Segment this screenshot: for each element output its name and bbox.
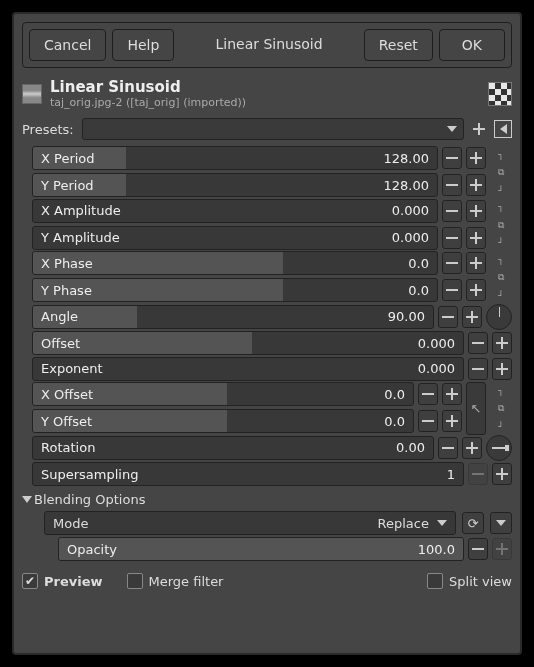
dialog-header: Linear Sinusoid taj_orig.jpg-2 ([taj_ori… bbox=[22, 78, 512, 110]
preset-add-button[interactable] bbox=[470, 120, 488, 138]
y-amplitude-increment[interactable] bbox=[466, 227, 486, 249]
y-offset-decrement[interactable] bbox=[418, 410, 438, 432]
x-phase-increment[interactable] bbox=[466, 252, 486, 274]
x-period-slider[interactable]: X Period128.00 bbox=[32, 146, 438, 170]
offset-link-column: ┐ ⧉ ┘ bbox=[490, 382, 512, 435]
presets-combo[interactable] bbox=[82, 118, 464, 140]
y-phase-slider[interactable]: Y Phase0.0 bbox=[32, 278, 438, 302]
x-phase-slider[interactable]: X Phase0.0 bbox=[32, 251, 438, 275]
link-icon[interactable]: ⧉ bbox=[498, 272, 504, 283]
dropdown-icon bbox=[496, 520, 506, 526]
phase-link-column: ┐ ⧉ ┘ bbox=[490, 251, 512, 304]
rotation-slider[interactable]: Rotation0.00 bbox=[32, 436, 434, 460]
merge-filter-checkbox[interactable] bbox=[127, 573, 143, 589]
link-icon[interactable]: ⧉ bbox=[498, 220, 504, 231]
period-group: X Period128.00 Y Period128.00 ┐ ⧉ ┘ bbox=[32, 146, 512, 199]
x-amplitude-increment[interactable] bbox=[466, 200, 486, 222]
exponent-increment[interactable] bbox=[492, 358, 512, 380]
blending-options-header[interactable]: Blending Options bbox=[22, 492, 512, 507]
y-offset-slider[interactable]: Y Offset0.0 bbox=[32, 409, 414, 433]
y-offset-increment[interactable] bbox=[442, 410, 462, 432]
mode-combo[interactable]: Mode Replace bbox=[44, 511, 456, 535]
x-offset-increment[interactable] bbox=[442, 383, 462, 405]
amplitude-group: X Amplitude0.000 Y Amplitude0.000 ┐ ⧉ ┘ bbox=[32, 199, 512, 252]
dialog-title: Linear Sinusoid bbox=[180, 29, 357, 61]
preview-checkbox[interactable] bbox=[22, 573, 38, 589]
x-amplitude-decrement[interactable] bbox=[442, 200, 462, 222]
corner-icon: ┐ bbox=[498, 255, 503, 265]
dialog-button-bar: Cancel Help Linear Sinusoid Reset OK bbox=[22, 22, 512, 68]
filter-thumbnail-icon bbox=[22, 84, 42, 104]
corner-icon: ┐ bbox=[498, 202, 503, 212]
mode-label: Mode bbox=[53, 516, 88, 531]
split-view-label: Split view bbox=[449, 574, 512, 589]
rotation-increment[interactable] bbox=[462, 437, 482, 459]
x-offset-slider[interactable]: X Offset0.0 bbox=[32, 382, 414, 406]
angle-dial[interactable] bbox=[486, 304, 512, 330]
y-phase-increment[interactable] bbox=[466, 279, 486, 301]
angle-increment[interactable] bbox=[462, 306, 482, 328]
y-period-increment[interactable] bbox=[466, 174, 486, 196]
offset-decrement[interactable] bbox=[468, 332, 488, 354]
offset-pick-button[interactable]: ↖ bbox=[466, 382, 486, 435]
angle-row: Angle90.00 bbox=[32, 304, 512, 330]
xy-offset-group: X Offset0.0 Y Offset0.0 ↖ ┐ ⧉ ┘ bbox=[32, 382, 512, 435]
picker-icon: ↖ bbox=[471, 401, 482, 416]
period-link-column: ┐ ⧉ ┘ bbox=[490, 146, 512, 199]
supersampling-increment[interactable] bbox=[492, 463, 512, 485]
switch-icon: ⟳ bbox=[468, 516, 479, 531]
x-amplitude-slider[interactable]: X Amplitude0.000 bbox=[32, 199, 438, 223]
link-icon[interactable]: ⧉ bbox=[498, 167, 504, 178]
header-text: Linear Sinusoid taj_orig.jpg-2 ([taj_ori… bbox=[50, 78, 480, 110]
link-icon[interactable]: ⧉ bbox=[498, 403, 504, 414]
y-amplitude-slider[interactable]: Y Amplitude0.000 bbox=[32, 226, 438, 250]
corner-icon: ┘ bbox=[498, 422, 503, 432]
exponent-slider[interactable]: Exponent0.000 bbox=[32, 357, 464, 381]
y-phase-decrement[interactable] bbox=[442, 279, 462, 301]
rotation-decrement[interactable] bbox=[438, 437, 458, 459]
y-amplitude-decrement[interactable] bbox=[442, 227, 462, 249]
mode-switch-button[interactable]: ⟳ bbox=[462, 512, 484, 534]
preview-label: Preview bbox=[44, 574, 103, 589]
presets-row: Presets: bbox=[22, 118, 512, 140]
blending-options-label: Blending Options bbox=[34, 492, 145, 507]
cancel-button[interactable]: Cancel bbox=[29, 29, 106, 61]
help-button[interactable]: Help bbox=[112, 29, 174, 61]
supersampling-slider[interactable]: Supersampling1 bbox=[32, 462, 464, 486]
opacity-row: Opacity100.0 bbox=[58, 537, 512, 561]
x-offset-decrement[interactable] bbox=[418, 383, 438, 405]
dial-pointer-icon bbox=[492, 447, 506, 449]
angle-slider[interactable]: Angle90.00 bbox=[32, 305, 434, 329]
exponent-decrement[interactable] bbox=[468, 358, 488, 380]
preset-manage-button[interactable] bbox=[494, 120, 512, 138]
opacity-increment bbox=[492, 538, 512, 560]
angle-decrement[interactable] bbox=[438, 306, 458, 328]
corner-icon: ┘ bbox=[498, 291, 503, 301]
preview-swatch-icon[interactable] bbox=[488, 82, 512, 106]
y-period-slider[interactable]: Y Period128.00 bbox=[32, 173, 438, 197]
x-phase-decrement[interactable] bbox=[442, 252, 462, 274]
reset-button[interactable]: Reset bbox=[364, 29, 433, 61]
corner-icon: ┐ bbox=[498, 150, 503, 160]
opacity-decrement[interactable] bbox=[468, 538, 488, 560]
rotation-dial[interactable] bbox=[486, 435, 512, 461]
rotation-row: Rotation0.00 bbox=[32, 435, 512, 461]
mode-menu-button[interactable] bbox=[490, 512, 512, 534]
mode-row: Mode Replace ⟳ bbox=[44, 511, 512, 535]
offset-increment[interactable] bbox=[492, 332, 512, 354]
header-title: Linear Sinusoid bbox=[50, 78, 480, 96]
split-view-checkbox[interactable] bbox=[427, 573, 443, 589]
opacity-slider[interactable]: Opacity100.0 bbox=[58, 537, 464, 561]
presets-label: Presets: bbox=[22, 122, 76, 137]
footer-row: Preview Merge filter Split view bbox=[22, 573, 512, 589]
y-period-decrement[interactable] bbox=[442, 174, 462, 196]
x-period-increment[interactable] bbox=[466, 147, 486, 169]
ok-button[interactable]: OK bbox=[439, 29, 505, 61]
x-period-decrement[interactable] bbox=[442, 147, 462, 169]
offset-slider[interactable]: Offset0.000 bbox=[32, 331, 464, 355]
exponent-row: Exponent0.000 bbox=[32, 357, 512, 381]
mode-value: Replace bbox=[378, 516, 429, 531]
corner-icon: ┐ bbox=[498, 386, 503, 396]
dropdown-icon bbox=[447, 126, 457, 132]
phase-group: X Phase0.0 Y Phase0.0 ┐ ⧉ ┘ bbox=[32, 251, 512, 304]
